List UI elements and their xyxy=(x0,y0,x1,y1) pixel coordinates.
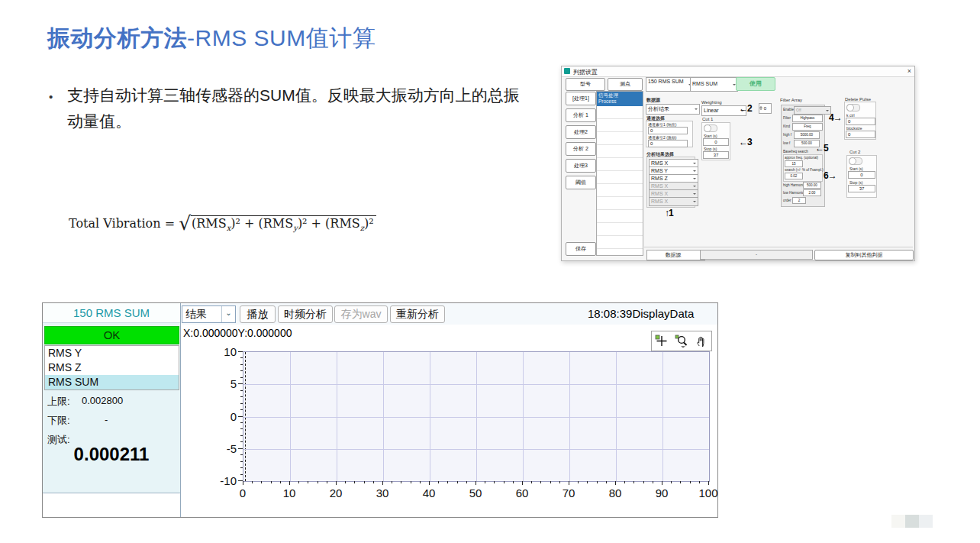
zoom-tool-icon[interactable] xyxy=(675,335,688,347)
plot-area[interactable] xyxy=(243,351,710,482)
close-icon[interactable]: × xyxy=(907,67,911,75)
process-list-row-empty[interactable] xyxy=(597,106,643,119)
bullet-item: • 支持自动计算三轴传感器的SUM值。反映最大振动方向上的总振动量值。 xyxy=(49,82,522,134)
channel-index1-field[interactable]: 0 xyxy=(648,127,688,134)
process-list-row-empty[interactable] xyxy=(597,119,643,132)
blocksize-field[interactable]: 0 xyxy=(846,131,875,138)
highharm-label: high Harmonic xyxy=(783,183,805,187)
bullet-marker: • xyxy=(49,84,53,110)
filter-panel: Enable Off Filter Highpass Kind Freq hig… xyxy=(781,105,825,207)
process-list-row-empty[interactable] xyxy=(597,236,643,249)
list-item-rms-z[interactable]: RMS Z xyxy=(45,360,179,375)
analysis-panel: 150 RMS SUM OK RMS Y RMS Z RMS SUM 上限:0.… xyxy=(42,302,718,518)
footer-divider xyxy=(644,247,913,247)
cut1-start-field[interactable]: 0 xyxy=(703,138,729,146)
delete-pulse-toggle[interactable] xyxy=(846,104,860,112)
channel-index2-field[interactable]: 0 xyxy=(648,140,688,147)
annotation-4: 4→ xyxy=(829,112,842,123)
cut1-toggle[interactable] xyxy=(704,124,717,132)
process-list-row-empty[interactable] xyxy=(597,223,643,236)
page-title-bold: 振动分析方法 xyxy=(47,25,187,50)
model-button[interactable]: 型号 xyxy=(566,78,605,91)
chart-toolbar: 结果 ⌄ 播放 时频分析 存为wav 重新分析 18:08:39DisplayD… xyxy=(181,303,717,325)
search-field[interactable]: 0.02 xyxy=(785,173,803,179)
cut2-stop-field[interactable]: 37 xyxy=(848,185,875,192)
footer-datasource-select[interactable]: 数据源 xyxy=(646,250,705,260)
process-list-row-empty[interactable] xyxy=(597,249,643,256)
sidebar-footer xyxy=(43,493,180,517)
total-vibration-formula: Total Vibration = √(RMSx)² + (RMSy)² + (… xyxy=(69,212,376,234)
list-item-rms-y[interactable]: RMS Y xyxy=(45,346,179,360)
annotation-3: ←3 xyxy=(739,137,752,147)
kind-field[interactable]: Freq xyxy=(792,123,823,131)
order-label: order xyxy=(783,199,791,202)
cut2-start-field[interactable]: 0 xyxy=(848,171,875,179)
process-list-row-empty[interactable] xyxy=(597,145,643,158)
enable-select[interactable]: Off xyxy=(794,106,831,115)
process-list-row-empty[interactable] xyxy=(597,158,643,171)
sidebar-item-process2[interactable]: 处理2 xyxy=(566,125,596,139)
save-button[interactable]: 保存 xyxy=(566,242,596,256)
filter-type-field[interactable]: Highpass xyxy=(792,115,823,122)
play-button[interactable]: 播放 xyxy=(240,305,276,323)
app-icon xyxy=(564,68,570,74)
list-item-rms-sum[interactable]: RMS SUM xyxy=(45,375,179,389)
highf-field[interactable]: 5000.00 xyxy=(794,131,820,139)
lowharm-field[interactable]: 2.00 xyxy=(803,189,821,196)
order-field[interactable]: 2 xyxy=(792,197,806,204)
graph-palette xyxy=(651,331,712,351)
criteria-title: 150 RMS SUM xyxy=(43,303,180,323)
result-sidebar: 150 RMS SUM OK RMS Y RMS Z RMS SUM 上限:0.… xyxy=(43,303,181,517)
process-list-row-empty[interactable] xyxy=(597,171,643,184)
highf-label: high f xyxy=(783,133,791,137)
cut2-label: Cut 2 xyxy=(849,150,860,154)
pan-tool-icon[interactable] xyxy=(695,335,708,347)
annotation-5: ←5 xyxy=(815,143,828,154)
process-list-row-empty[interactable] xyxy=(597,197,643,210)
filter-array-spinner[interactable] xyxy=(759,105,763,112)
reanalyze-button[interactable]: 重新分析 xyxy=(390,305,445,323)
kctrl-field[interactable]: 0 xyxy=(846,118,875,125)
annotation-2: ←2 xyxy=(739,103,752,114)
lower-limit-row: 下限:- xyxy=(47,414,70,428)
result-slot-6: RMS X xyxy=(649,197,698,206)
process-list-row-empty[interactable] xyxy=(597,132,643,145)
basefreq-label: Basefreq search xyxy=(783,150,808,154)
y-axis-labels: -10-50510 xyxy=(212,351,237,481)
result-combo[interactable]: 结果 ⌄ xyxy=(182,305,236,323)
sidebar-item-analysis2[interactable]: 分析 2 xyxy=(566,142,596,156)
sidebar-item-threshold[interactable]: 阈值 xyxy=(566,176,596,189)
apply-button[interactable]: 使用 xyxy=(736,77,775,91)
process-list-item-selected[interactable]: 信号处理Process xyxy=(597,92,643,106)
sidebar-item-process3[interactable]: 处理3 xyxy=(566,159,596,173)
point-button[interactable]: 测点 xyxy=(608,78,643,91)
sidebar-item-process1[interactable]: [处理1] xyxy=(566,92,596,105)
cursor-tool-icon[interactable] xyxy=(655,335,668,347)
approx-label: approx freq. (optional) xyxy=(785,156,818,160)
cut2-toggle[interactable] xyxy=(849,157,862,165)
process-list-row-empty[interactable] xyxy=(597,184,643,197)
watermark xyxy=(891,515,933,528)
process-list-row-empty[interactable] xyxy=(597,210,643,223)
status-badge: OK xyxy=(44,326,179,344)
lower-limit-value: - xyxy=(105,414,108,425)
chevron-down-icon[interactable]: ⌄ xyxy=(221,306,235,322)
model-select[interactable]: 150 RMS SUM xyxy=(646,77,694,92)
criteria-select[interactable]: RMS SUM xyxy=(690,77,738,92)
process-list: 信号处理Process xyxy=(596,91,643,256)
formula-lhs: Total Vibration = xyxy=(69,216,179,231)
dialog-title: 判据设置 xyxy=(573,68,598,76)
rms-list: RMS Y RMS Z RMS SUM xyxy=(44,345,179,390)
copy-to-others-button[interactable]: 复制到其他判据 xyxy=(814,250,914,260)
x-axis-labels: 0102030405060708090100 xyxy=(243,486,710,500)
sidebar-item-analysis1[interactable]: 分析 1 xyxy=(566,108,596,122)
data-source-select[interactable]: 分析结果 xyxy=(646,104,700,115)
time-freq-button[interactable]: 时频分析 xyxy=(278,305,333,323)
cut1-label: Cut 1 xyxy=(702,117,713,121)
search-label: search (+/- % of Fsampl.) xyxy=(785,168,824,172)
highharm-field[interactable]: 500.00 xyxy=(803,182,821,189)
upper-limit-value: 0.002800 xyxy=(82,395,123,406)
formula-radicand: (RMSx)² + (RMSy)² + (RMSz)² xyxy=(191,215,376,231)
approx-field[interactable]: 15 xyxy=(785,160,803,167)
cut1-stop-field[interactable]: 37 xyxy=(703,151,729,159)
